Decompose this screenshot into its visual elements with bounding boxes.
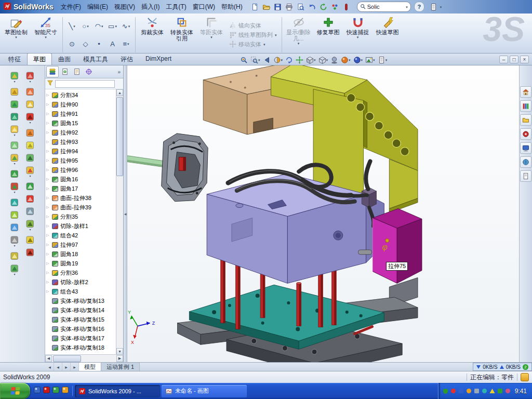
expand-arrow-icon[interactable]: ▷ xyxy=(46,261,50,265)
configuration-manager-tab[interactable] xyxy=(71,66,83,77)
ribbon-display-delete-button[interactable]: 显示/删除几...▾ xyxy=(285,15,313,55)
ribbon-snap-button[interactable]: 快速捕捉▾ xyxy=(344,15,372,55)
sketch-entity-tool-5[interactable]: ∿▾ xyxy=(119,18,132,35)
sphere-blue-button[interactable]: ▾ xyxy=(352,56,364,64)
ribbon-quick-sketch-button[interactable]: 快速草图 xyxy=(374,15,402,55)
tree-item[interactable]: ▷分割36 xyxy=(46,268,116,277)
expand-arrow-icon[interactable]: ▷ xyxy=(46,112,50,116)
undo-button[interactable] xyxy=(307,2,317,12)
taskbar-task-2[interactable]: 未命名 - 画图 xyxy=(162,385,247,397)
dimxpert-manager-tab[interactable] xyxy=(83,66,95,77)
quick-launch-icon-2[interactable] xyxy=(43,386,50,396)
tree-item[interactable]: ▷曲面-拉伸39 xyxy=(46,203,116,212)
menu-item-7[interactable]: 帮助(H) xyxy=(218,1,246,13)
tree-item[interactable]: ▷拉伸96 xyxy=(46,165,116,175)
tree-item[interactable]: 实体-移动/复制13 xyxy=(46,296,116,305)
tree-item[interactable]: ▷圆角17 xyxy=(46,184,116,193)
menu-item-4[interactable]: 插入(I) xyxy=(138,1,163,13)
tree-item[interactable]: 实体-移动/复制16 xyxy=(46,324,116,334)
ribbon-pattern-button[interactable]: 线性草图阵列▾ xyxy=(229,31,277,39)
expand-arrow-icon[interactable]: ▷ xyxy=(46,243,50,247)
property-manager-tab[interactable] xyxy=(59,66,71,77)
new-doc-button[interactable] xyxy=(250,2,260,12)
books-tab[interactable] xyxy=(520,100,531,112)
sketch-tool-icon-11[interactable] xyxy=(10,211,19,219)
tray-icon-3[interactable] xyxy=(458,387,464,396)
tree-item[interactable]: ▷拉伸95 xyxy=(46,156,116,165)
expand-arrow-icon[interactable]: ▷ xyxy=(46,102,50,107)
print-preview-button[interactable] xyxy=(296,2,306,12)
home-tab[interactable] xyxy=(520,86,531,98)
feature-tool-icon-11[interactable] xyxy=(26,207,34,216)
tree-item[interactable]: 实体-移动/复制15 xyxy=(46,315,116,324)
feature-tool-icon-1[interactable]: ▾ xyxy=(26,72,34,84)
expand-arrow-icon[interactable]: ▷ xyxy=(46,205,50,209)
expand-arrow-icon[interactable]: ▷ xyxy=(46,93,50,97)
expand-arrow-icon[interactable]: ▷ xyxy=(46,196,50,200)
open-folder-button[interactable] xyxy=(261,2,272,12)
views-cube-button[interactable]: ▾ xyxy=(305,56,317,64)
ribbon-convert-button[interactable]: 转换实体引用 xyxy=(168,15,196,55)
red-bar-button[interactable] xyxy=(341,2,352,12)
sketch-tool-icon-15[interactable]: ▾ xyxy=(10,264,19,276)
quick-launch-icon-4[interactable] xyxy=(61,386,69,396)
sketch-entity-tool-1[interactable]: ╲▾ xyxy=(65,18,78,35)
sketch-tool-icon-7[interactable]: ▾ xyxy=(10,154,19,166)
scene-button[interactable]: ▾ xyxy=(364,56,376,64)
tree-item[interactable]: ▷切除-放样2 xyxy=(46,277,116,287)
search-dropdown-icon[interactable]: ▾ xyxy=(406,5,408,9)
tree-item[interactable]: ▷组合42 xyxy=(46,231,116,240)
zoom-fit-button[interactable] xyxy=(239,56,249,64)
feature-tool-icon-12[interactable]: ▾ xyxy=(26,220,34,232)
feature-tool-icon-2[interactable] xyxy=(26,88,34,96)
prev-view-button[interactable] xyxy=(262,56,272,64)
expand-arrow-icon[interactable]: ▷ xyxy=(46,187,50,191)
ribbon-repair-button[interactable]: 修复草图 xyxy=(314,15,342,55)
sketch-entity-tool-9[interactable]: A xyxy=(106,35,119,52)
sketch-entity-tool-7[interactable]: ◇ xyxy=(79,35,92,52)
sketch-tool-icon-5[interactable]: ▾ xyxy=(10,125,19,137)
feature-tool-icon-10[interactable] xyxy=(26,195,34,203)
status-tag-icon[interactable] xyxy=(521,373,529,381)
search-input[interactable]: Solic xyxy=(367,4,380,10)
scroll-right-icon[interactable]: ▶ xyxy=(116,355,123,362)
feature-tool-icon-9[interactable] xyxy=(26,182,34,191)
tray-icon-6[interactable] xyxy=(482,387,487,396)
feature-tool-icon-3[interactable] xyxy=(26,100,34,109)
prev-tab-button[interactable]: ◀ xyxy=(54,363,62,371)
menu-item-1[interactable]: 文件(F) xyxy=(58,1,84,13)
sketch-tool-icon-9[interactable]: ▾ xyxy=(10,182,19,194)
rotate-button[interactable] xyxy=(284,56,294,64)
panel-chevron-icon[interactable]: » xyxy=(117,69,122,75)
menu-item-5[interactable]: 工具(T) xyxy=(163,1,189,13)
tree-item[interactable]: 实体-移动/复制14 xyxy=(46,305,116,315)
ribbon-smart-dim-button[interactable]: 35智能尺寸▾ xyxy=(32,15,60,55)
sketch-entity-tool-10[interactable]: ≡▾ xyxy=(119,35,132,52)
tree-item[interactable]: ▷拉伸91 xyxy=(46,109,116,118)
doc-tab-1[interactable]: 模型 xyxy=(79,363,101,371)
tree-item[interactable]: ▷拉伸92 xyxy=(46,128,116,137)
sketch-tool-icon-4[interactable] xyxy=(10,113,19,121)
red-disc-tab[interactable] xyxy=(520,128,531,140)
tree-item[interactable]: ▷拉伸93 xyxy=(46,137,116,147)
display-style-button[interactable]: ▾ xyxy=(317,56,329,64)
print-button[interactable] xyxy=(284,2,295,12)
tray-icon-7[interactable] xyxy=(489,387,495,396)
tree-item[interactable]: ▷圆角15 xyxy=(46,118,116,128)
rebuild-button[interactable] xyxy=(318,2,329,12)
sketch-entity-tool-4[interactable]: ▭▾ xyxy=(106,18,119,35)
expand-arrow-icon[interactable]: ▷ xyxy=(46,224,50,228)
tray-icon-5[interactable] xyxy=(474,387,480,396)
sketch-tool-icon-6[interactable] xyxy=(10,141,19,150)
ribbon-trim-button[interactable]: 剪裁实体 xyxy=(138,15,166,55)
tree-item[interactable]: ▷切除-放样1 xyxy=(46,221,116,231)
page-button[interactable] xyxy=(429,2,439,12)
tree-item[interactable]: ▷分割34 xyxy=(46,90,116,100)
quick-launch-icon-3[interactable] xyxy=(52,386,60,396)
feature-tool-icon-8[interactable]: ▾ xyxy=(26,166,34,178)
tree-item[interactable]: ▷组合43 xyxy=(46,287,116,296)
sketch-tool-icon-14[interactable] xyxy=(10,252,19,260)
tree-vertical-scrollbar[interactable]: ▲ ▼ xyxy=(116,89,123,355)
scroll-thumb[interactable] xyxy=(116,97,123,176)
last-tab-button[interactable]: ▶ xyxy=(71,363,79,371)
